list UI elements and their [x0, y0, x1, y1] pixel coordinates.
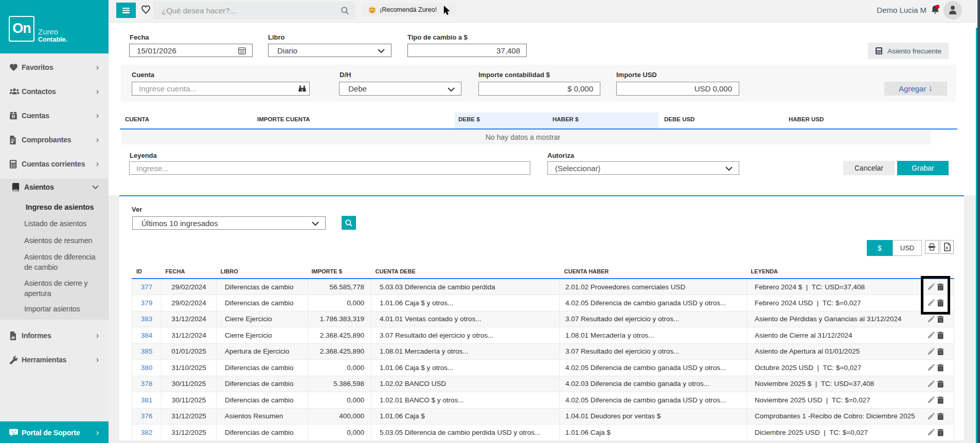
svg-text:x: x — [946, 245, 948, 250]
